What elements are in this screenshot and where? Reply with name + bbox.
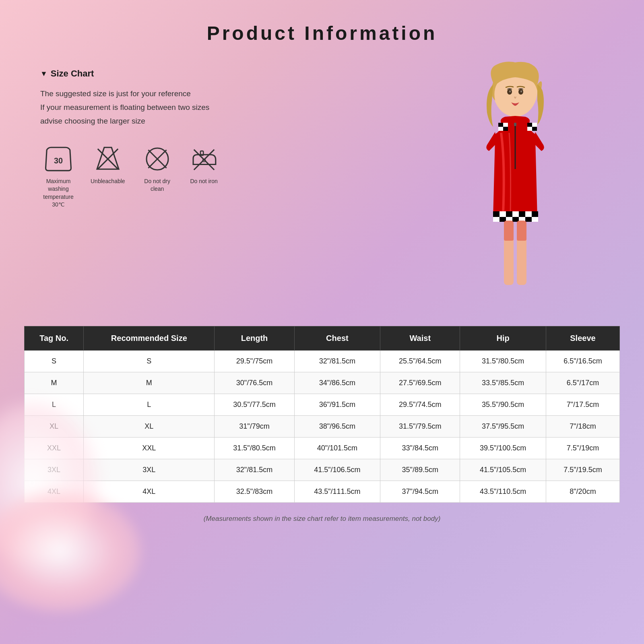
table-cell-6-2: 32.5"/83cm: [215, 481, 294, 503]
col-header-rec-size: Recommended Size: [84, 326, 215, 351]
svg-point-43: [520, 91, 522, 93]
table-cell-2-5: 35.5"/90.5cm: [460, 394, 546, 416]
bleach-icon: [93, 144, 122, 173]
svg-rect-27: [525, 211, 532, 217]
table-cell-0-3: 32"/81.5cm: [294, 351, 380, 372]
table-cell-1-4: 27.5"/69.5cm: [380, 372, 460, 394]
table-cell-1-1: M: [84, 372, 215, 394]
desc-line-2: If your measurement is floating between …: [40, 101, 419, 114]
svg-rect-17: [532, 123, 537, 127]
size-table: Tag No. Recommended Size Length Chest Wa…: [24, 326, 620, 503]
table-cell-0-0: S: [25, 351, 84, 372]
svg-rect-28: [532, 211, 538, 217]
svg-rect-22: [493, 211, 500, 217]
table-row: MM30"/76.5cm34"/86.5cm27.5"/69.5cm33.5"/…: [25, 372, 620, 394]
svg-rect-34: [525, 217, 532, 222]
table-cell-5-6: 7.5"/19.5cm: [546, 459, 619, 481]
product-image-section: [419, 60, 612, 306]
table-cell-6-3: 43.5"/111.5cm: [294, 481, 380, 503]
table-cell-4-3: 40"/101.5cm: [294, 438, 380, 459]
table-cell-5-4: 35"/89.5cm: [380, 459, 460, 481]
svg-rect-19: [532, 127, 537, 131]
care-item-bleach: Unbleachable: [91, 144, 125, 186]
care-icons-row: 30 Maximum washingtemperature 30℃ Unblea…: [40, 144, 419, 209]
svg-rect-13: [503, 123, 508, 127]
table-cell-3-2: 31"/79cm: [215, 416, 294, 438]
table-cell-5-5: 41.5"/105.5cm: [460, 459, 546, 481]
table-cell-0-6: 6.5"/16.5cm: [546, 351, 619, 372]
table-cell-0-4: 25.5"/64.5cm: [380, 351, 460, 372]
table-cell-2-3: 36"/91.5cm: [294, 394, 380, 416]
col-header-sleeve: Sleeve: [546, 326, 619, 351]
svg-text:30: 30: [54, 156, 63, 165]
svg-rect-23: [500, 211, 506, 217]
table-cell-3-1: XL: [84, 416, 215, 438]
care-item-iron: Do not iron: [190, 144, 219, 186]
dryclean-icon: [143, 144, 172, 173]
svg-rect-29: [493, 217, 500, 222]
svg-rect-16: [527, 123, 532, 127]
iron-icon: [190, 144, 219, 173]
table-cell-4-1: XXL: [84, 438, 215, 459]
size-chart-title: Size Chart: [40, 68, 419, 79]
svg-rect-26: [519, 211, 525, 217]
table-cell-5-3: 41.5"/106.5cm: [294, 459, 380, 481]
size-table-body: SS29.5"/75cm32"/81.5cm25.5"/64.5cm31.5"/…: [25, 351, 620, 503]
size-table-section: Tag No. Recommended Size Length Chest Wa…: [24, 326, 620, 503]
svg-rect-38: [504, 221, 514, 241]
table-cell-2-2: 30.5"/77.5cm: [215, 394, 294, 416]
table-cell-0-5: 31.5"/80.5cm: [460, 351, 546, 372]
svg-rect-12: [498, 123, 503, 127]
iron-label: Do not iron: [190, 178, 217, 186]
svg-rect-24: [506, 211, 512, 217]
svg-rect-14: [498, 127, 503, 131]
table-cell-5-2: 32"/81.5cm: [215, 459, 294, 481]
table-cell-4-5: 39.5"/100.5cm: [460, 438, 546, 459]
col-header-length: Length: [215, 326, 294, 351]
svg-rect-35: [532, 217, 538, 222]
table-cell-1-0: M: [25, 372, 84, 394]
svg-rect-39: [517, 221, 526, 241]
table-row: XLXL31"/79cm38"/96.5cm31.5"/79.5cm37.5"/…: [25, 416, 620, 438]
table-cell-1-3: 34"/86.5cm: [294, 372, 380, 394]
col-header-waist: Waist: [380, 326, 460, 351]
table-row: SS29.5"/75cm32"/81.5cm25.5"/64.5cm31.5"/…: [25, 351, 620, 372]
svg-rect-25: [512, 211, 519, 217]
table-cell-0-2: 29.5"/75cm: [215, 351, 294, 372]
col-header-tag: Tag No.: [25, 326, 84, 351]
upper-section: Size Chart The suggested size is just fo…: [0, 44, 644, 306]
desc-line-3: advise choosing the larger size: [40, 114, 419, 128]
table-cell-6-1: 4XL: [84, 481, 215, 503]
bleach-label: Unbleachable: [91, 178, 125, 186]
table-cell-3-5: 37.5"/95.5cm: [460, 416, 546, 438]
table-cell-6-4: 37"/94.5cm: [380, 481, 460, 503]
table-cell-2-1: L: [84, 394, 215, 416]
table-row: 4XL4XL32.5"/83cm43.5"/111.5cm37"/94.5cm4…: [25, 481, 620, 503]
table-cell-3-6: 7"/18cm: [546, 416, 619, 438]
care-item-dryclean: Do not dry clean: [139, 144, 175, 193]
model-illustration: [431, 60, 600, 306]
page-title: Product Information: [0, 0, 644, 44]
dryclean-label: Do not dry clean: [139, 178, 175, 193]
decorative-fluffy-bottom: [0, 491, 141, 612]
table-cell-1-6: 6.5"/17cm: [546, 372, 619, 394]
size-description: The suggested size is just for your refe…: [40, 87, 419, 128]
table-cell-4-2: 31.5"/80.5cm: [215, 438, 294, 459]
wash-label: Maximum washingtemperature 30℃: [40, 178, 76, 209]
care-item-wash: 30 Maximum washingtemperature 30℃: [40, 144, 76, 209]
table-row: LL30.5"/77.5cm36"/91.5cm29.5"/74.5cm35.5…: [25, 394, 620, 416]
table-cell-0-1: S: [84, 351, 215, 372]
table-cell-4-6: 7.5"/19cm: [546, 438, 619, 459]
table-cell-3-4: 31.5"/79.5cm: [380, 416, 460, 438]
table-cell-5-1: 3XL: [84, 459, 215, 481]
table-cell-2-6: 7"/17.5cm: [546, 394, 619, 416]
svg-point-42: [509, 91, 511, 93]
table-cell-1-2: 30"/76.5cm: [215, 372, 294, 394]
table-cell-4-4: 33"/84.5cm: [380, 438, 460, 459]
wash-icon: 30: [44, 144, 73, 173]
table-row: 3XL3XL32"/81.5cm41.5"/106.5cm35"/89.5cm4…: [25, 459, 620, 481]
table-row: XXLXXL31.5"/80.5cm40"/101.5cm33"/84.5cm3…: [25, 438, 620, 459]
desc-line-1: The suggested size is just for your refe…: [40, 87, 419, 101]
col-header-chest: Chest: [294, 326, 380, 351]
table-cell-6-6: 8"/20cm: [546, 481, 619, 503]
